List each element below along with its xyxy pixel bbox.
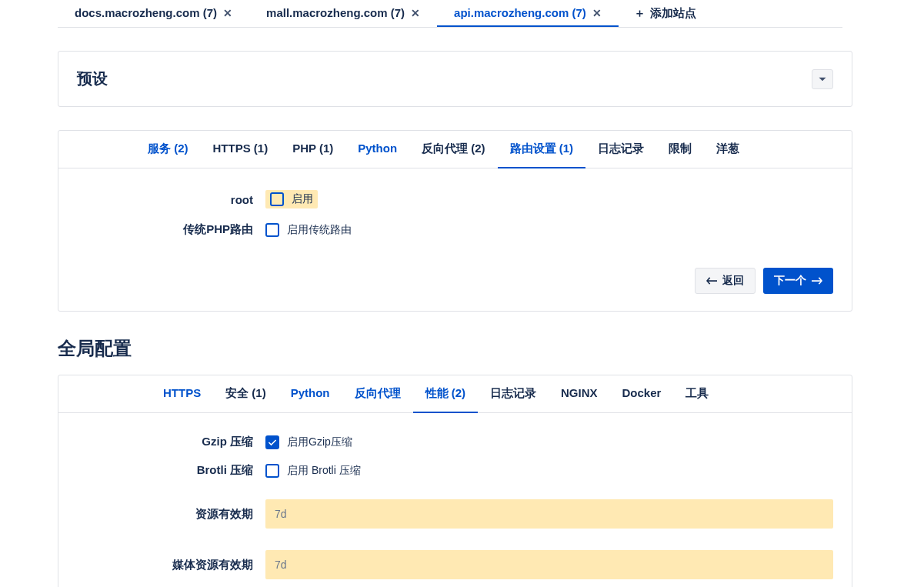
gzip-checkbox-label: 启用Gzip压缩	[287, 435, 352, 449]
brotli-row: Brotli 压缩 启用 Brotli 压缩	[77, 463, 833, 478]
check-icon	[268, 438, 277, 447]
performance-form: Gzip 压缩 启用Gzip压缩 Brotli 压缩 启用 Brotli 压缩 …	[58, 413, 852, 587]
php-route-checkbox[interactable]	[265, 223, 279, 237]
php-route-label: 传统PHP路由	[77, 222, 265, 237]
preset-title: 预设	[77, 68, 108, 89]
site-tab-label: api.macrozheng.com (7)	[454, 6, 586, 19]
close-icon[interactable]: ✕	[592, 7, 602, 19]
back-button[interactable]: 返回	[695, 268, 756, 294]
asset-expire-input[interactable]	[265, 499, 833, 529]
gtab-reverse-proxy[interactable]: 反向代理	[342, 375, 413, 413]
gtab-docker[interactable]: Docker	[610, 375, 674, 413]
media-expire-input[interactable]	[265, 550, 833, 579]
arrow-right-icon	[812, 276, 822, 285]
gzip-label: Gzip 压缩	[77, 435, 265, 449]
button-row: 返回 下一个	[58, 268, 852, 311]
root-checkbox[interactable]	[270, 192, 284, 206]
domain-config-card: 服务 (2) HTTPS (1) PHP (1) Python 反向代理 (2)…	[58, 130, 852, 312]
global-config-card: HTTPS 安全 (1) Python 反向代理 性能 (2) 日志记录 NGI…	[58, 375, 852, 587]
site-tab-mall[interactable]: mall.macrozheng.com (7) ✕	[249, 0, 437, 27]
preset-card: 预设	[58, 51, 852, 107]
tab-python[interactable]: Python	[345, 131, 409, 168]
media-expire-row: 媒体资源有效期	[77, 550, 833, 579]
brotli-checkbox-label: 启用 Brotli 压缩	[287, 464, 361, 478]
plus-icon: ＋	[634, 6, 645, 21]
back-button-label: 返回	[722, 274, 744, 288]
asset-expire-label: 资源有效期	[77, 507, 265, 522]
global-config-title: 全局配置	[58, 336, 910, 361]
global-tabs: HTTPS 安全 (1) Python 反向代理 性能 (2) 日志记录 NGI…	[58, 375, 852, 413]
domain-tabs: 服务 (2) HTTPS (1) PHP (1) Python 反向代理 (2)…	[58, 131, 852, 168]
tab-limits[interactable]: 限制	[656, 131, 704, 168]
expand-button[interactable]	[812, 69, 833, 89]
root-checkbox-label: 启用	[292, 192, 313, 206]
gtab-python[interactable]: Python	[279, 375, 342, 413]
gtab-tools[interactable]: 工具	[673, 375, 721, 413]
site-tabs: docs.macrozheng.com (7) ✕ mall.macrozhen…	[58, 0, 842, 28]
site-tab-api[interactable]: api.macrozheng.com (7) ✕	[437, 0, 619, 27]
brotli-checkbox-wrap: 启用 Brotli 压缩	[265, 464, 361, 478]
brotli-checkbox[interactable]	[265, 464, 279, 478]
brotli-label: Brotli 压缩	[77, 463, 265, 478]
tab-routing[interactable]: 路由设置 (1)	[498, 131, 586, 168]
chevron-down-icon	[818, 75, 827, 84]
root-row: root 启用	[77, 190, 833, 208]
gtab-performance[interactable]: 性能 (2)	[413, 375, 479, 413]
php-route-row: 传统PHP路由 启用传统路由	[77, 222, 833, 237]
root-checkbox-wrap: 启用	[265, 190, 318, 208]
tab-logging[interactable]: 日志记录	[585, 131, 656, 168]
arrow-left-icon	[706, 276, 717, 285]
next-button[interactable]: 下一个	[763, 268, 833, 294]
gzip-checkbox-wrap: 启用Gzip压缩	[265, 435, 352, 449]
site-tab-label: docs.macrozheng.com (7)	[75, 6, 217, 19]
gtab-security[interactable]: 安全 (1)	[213, 375, 279, 413]
tab-https[interactable]: HTTPS (1)	[201, 131, 281, 168]
tab-onion[interactable]: 洋葱	[704, 131, 752, 168]
site-tab-docs[interactable]: docs.macrozheng.com (7) ✕	[58, 0, 249, 27]
tab-php[interactable]: PHP (1)	[280, 131, 345, 168]
gzip-row: Gzip 压缩 启用Gzip压缩	[77, 435, 833, 449]
asset-expire-row: 资源有效期	[77, 499, 833, 529]
gtab-nginx[interactable]: NGINX	[549, 375, 610, 413]
gtab-logging[interactable]: 日志记录	[478, 375, 549, 413]
gtab-https[interactable]: HTTPS	[151, 375, 213, 413]
add-site-label: 添加站点	[650, 6, 696, 21]
close-icon[interactable]: ✕	[223, 7, 232, 19]
site-tab-label: mall.macrozheng.com (7)	[266, 6, 405, 19]
php-route-checkbox-wrap: 启用传统路由	[265, 223, 352, 237]
root-label: root	[77, 193, 265, 206]
media-expire-label: 媒体资源有效期	[77, 558, 265, 572]
routing-form: root 启用 传统PHP路由 启用传统路由	[58, 168, 852, 268]
add-site-button[interactable]: ＋ 添加站点	[619, 0, 712, 27]
tab-reverse-proxy[interactable]: 反向代理 (2)	[409, 131, 498, 168]
gzip-checkbox[interactable]	[265, 435, 279, 449]
close-icon[interactable]: ✕	[411, 7, 420, 19]
next-button-label: 下一个	[774, 274, 806, 288]
php-route-checkbox-label: 启用传统路由	[287, 223, 352, 237]
tab-services[interactable]: 服务 (2)	[135, 131, 201, 168]
